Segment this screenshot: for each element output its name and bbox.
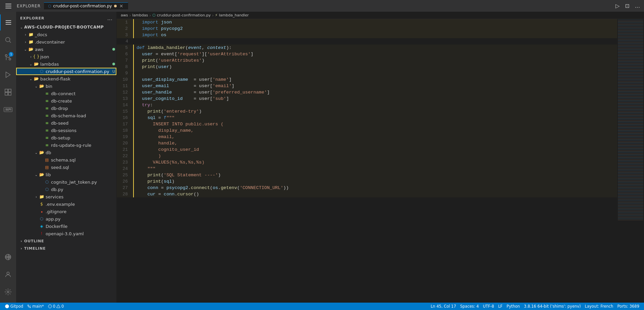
- sidebar-item-label: backend-flask: [40, 76, 70, 81]
- sidebar-item-db-schema-load[interactable]: › ≡ db-schema-load: [16, 112, 116, 119]
- sidebar-item-db-py[interactable]: › ⬡ db.py: [16, 186, 116, 193]
- code-editor[interactable]: 1 import json 2 import psycopg2 3 import…: [117, 19, 617, 303]
- activity-api[interactable]: /API: [0, 102, 16, 118]
- more-actions-icon[interactable]: ...: [634, 1, 641, 10]
- sidebar-item-rds-update-sg-rule[interactable]: › ≡ rds-update-sg-rule: [16, 141, 116, 149]
- sidebar-item-lib[interactable]: ⌄ 📂 lib: [16, 171, 116, 178]
- sidebar-item-services[interactable]: › 📁 services: [16, 193, 116, 200]
- sidebar-item-openapi[interactable]: › ! openapi-3.0.yaml: [16, 230, 116, 237]
- run-icon[interactable]: ▷: [614, 1, 621, 10]
- sidebar-item-label: db-seed: [51, 121, 68, 126]
- line-code: import json: [133, 19, 617, 25]
- title-bar-title: EXPLORER: [17, 4, 41, 8]
- activity-source-control[interactable]: 1: [0, 49, 16, 65]
- sidebar-item-aws[interactable]: ⌄ 📂 aws: [16, 46, 116, 53]
- status-language-label: Python: [506, 304, 520, 309]
- sidebar-item-lambdas[interactable]: ⌄ 📂 lambdas: [16, 60, 116, 68]
- sidebar-item-schema-sql[interactable]: › ▤ schema.sql: [16, 156, 116, 164]
- sidebar-item-db-connect[interactable]: › ≡ db-connect: [16, 90, 116, 97]
- activity-extensions[interactable]: [0, 84, 16, 100]
- hamburger-menu[interactable]: [3, 1, 13, 11]
- status-ports[interactable]: Ports: 3689: [615, 304, 641, 309]
- sidebar-item-label: openapi-3.0.yaml: [46, 231, 84, 236]
- sidebar-item-db-seed[interactable]: › ≡ db-seed: [16, 119, 116, 127]
- activity-explorer[interactable]: [0, 14, 16, 30]
- sidebar-item-bin[interactable]: ⌄ 📂 bin: [16, 82, 116, 90]
- sidebar-item-db-setup[interactable]: › ≡ db-setup: [16, 134, 116, 141]
- line-number: 7: [117, 57, 133, 64]
- status-gitpod[interactable]: Gitpod: [3, 303, 25, 310]
- sidebar-item-backend-flask[interactable]: ⌄ 📂 backend-flask: [16, 75, 116, 82]
- activity-account[interactable]: [0, 266, 16, 283]
- py-icon: ⬡: [44, 179, 50, 185]
- status-layout[interactable]: Layout: French: [583, 304, 615, 309]
- table-row: 7 print('userAttributes'): [117, 57, 617, 64]
- breadcrumb: aws › lambdas › ⬡ cruddur-post-confirmat…: [117, 12, 644, 19]
- activity-remote[interactable]: [0, 249, 16, 265]
- activity-run-debug[interactable]: [0, 67, 16, 83]
- sidebar-item-cognito-jwt[interactable]: › ⬡ cognito_jwt_token.py: [16, 178, 116, 186]
- line-number: 4: [117, 38, 133, 45]
- status-line-col[interactable]: Ln 45, Col 17: [429, 304, 458, 309]
- breadcrumb-lambdas[interactable]: lambdas: [132, 13, 148, 17]
- activity-search[interactable]: [0, 32, 16, 48]
- sidebar-item-env-example[interactable]: › $ .env.example: [16, 200, 116, 208]
- sidebar-item-dockerfile[interactable]: › ◈ Dockerfile: [16, 223, 116, 230]
- line-code: ): [133, 153, 617, 159]
- status-spaces[interactable]: Spaces: 4: [458, 304, 481, 309]
- sidebar-item-db-drop[interactable]: › ≡ db-drop: [16, 105, 116, 112]
- sidebar-item-seed-sql[interactable]: › ▤ seed.sql: [16, 164, 116, 171]
- sidebar-item-root[interactable]: ⌄ AWS-CLOUD-PROJECT-BOOTCAMP: [16, 23, 116, 31]
- activity-settings[interactable]: [0, 284, 16, 300]
- table-row: 10 user_display_name = user['name']: [117, 76, 617, 83]
- line-number: 28: [117, 191, 133, 197]
- status-encoding[interactable]: UTF-8: [481, 304, 496, 309]
- status-python-version[interactable]: 3.8.16 64-bit ('shims': pyenv): [522, 304, 583, 309]
- status-errors[interactable]: 0 0: [46, 303, 66, 310]
- sidebar-item-json[interactable]: › { } json: [16, 53, 116, 60]
- tab-cruddur-post-confirmation[interactable]: ⬡ cruddur-post-confirmation.py ✕: [44, 2, 128, 9]
- bin-file-icon: ≡: [44, 91, 50, 96]
- line-code: display_name,: [133, 127, 617, 134]
- breadcrumb-file[interactable]: cruddur-post-confirmation.py: [157, 13, 211, 17]
- line-number: 23: [117, 159, 133, 166]
- tab-close-button[interactable]: ✕: [119, 3, 124, 9]
- sidebar-item-db-create[interactable]: › ≡ db-create: [16, 97, 116, 105]
- sidebar-item-label: json: [40, 54, 49, 59]
- status-language[interactable]: Python: [504, 304, 522, 309]
- status-git-branch[interactable]: main*: [25, 303, 46, 310]
- line-code: import os: [133, 32, 617, 38]
- sidebar-item-label: db-connect: [51, 91, 75, 96]
- status-line-ending[interactable]: LF: [496, 304, 504, 309]
- sidebar-item-gitignore[interactable]: › ⬥ .gitignore: [16, 208, 116, 215]
- sidebar-item-label: lambdas: [40, 62, 59, 67]
- code-table: 1 import json 2 import psycopg2 3 import…: [117, 19, 617, 197]
- minimap[interactable]: [617, 19, 644, 303]
- sidebar-item-db[interactable]: ⌄ 📂 db: [16, 149, 116, 156]
- sidebar-item-label: aws: [35, 47, 43, 52]
- sidebar-item-db-sessions[interactable]: › ≡ db-sessions: [16, 127, 116, 134]
- line-number: 13: [117, 96, 133, 102]
- table-row: 4: [117, 38, 617, 45]
- breadcrumb-fn-icon: ⚡: [215, 13, 218, 17]
- breadcrumb-function[interactable]: lambda_handler: [219, 13, 249, 17]
- folder-open-icon: 📂: [39, 83, 44, 89]
- sidebar-more-button[interactable]: ...: [107, 15, 112, 21]
- line-number: 11: [117, 83, 133, 89]
- table-row: 11 user_email = user['email']: [117, 83, 617, 89]
- timeline-section[interactable]: › TIMELINE: [16, 245, 116, 252]
- bin-file-icon: ≡: [44, 120, 50, 126]
- line-code: cognito_user_id: [133, 146, 617, 153]
- split-editor-icon[interactable]: ⊡: [624, 1, 631, 10]
- sidebar-item-devcontainer[interactable]: › 📁 .devcontainer: [16, 38, 116, 46]
- line-number: 26: [117, 178, 133, 185]
- sidebar-item-label: db-create: [51, 99, 72, 104]
- sidebar-item-app-py[interactable]: › ⬡ app.py: [16, 215, 116, 223]
- breadcrumb-aws[interactable]: aws: [121, 13, 128, 17]
- sidebar-item-cruddur-post-confirmation[interactable]: › ⬡ cruddur-post-confirmation.py U: [16, 68, 116, 75]
- line-code: print('SQL Statement ----'): [133, 172, 617, 178]
- outline-section[interactable]: › OUTLINE: [16, 237, 116, 245]
- timeline-title: TIMELINE: [24, 246, 46, 251]
- sidebar-item-docs[interactable]: › 📁 _docs: [16, 31, 116, 38]
- editor-area: aws › lambdas › ⬡ cruddur-post-confirmat…: [117, 12, 644, 303]
